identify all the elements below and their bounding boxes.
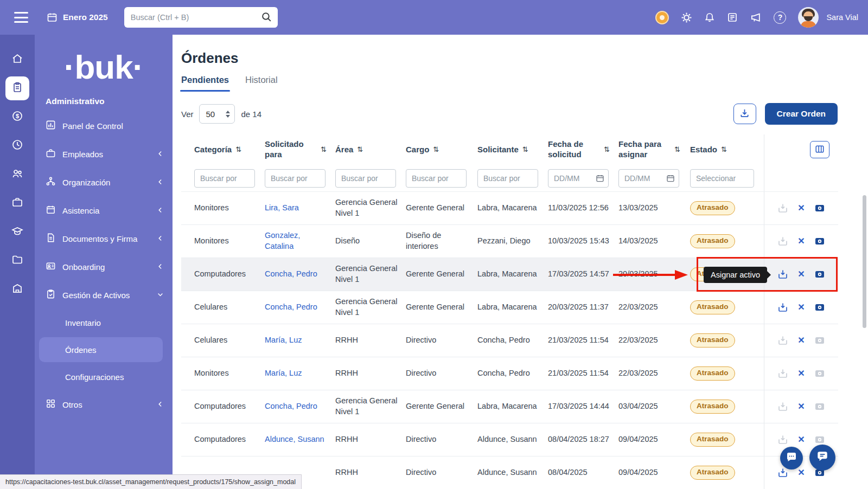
filter-solicitado-input[interactable] bbox=[265, 169, 326, 188]
menu-toggle-button[interactable] bbox=[14, 12, 28, 23]
cell-solicitado-link[interactable]: Concha, Pedro bbox=[265, 291, 335, 324]
col-header-cargo[interactable]: Cargo⇅ bbox=[406, 134, 477, 165]
filter-area-input[interactable] bbox=[335, 169, 396, 188]
sort-icon[interactable]: ⇅ bbox=[357, 145, 363, 154]
sort-icon[interactable]: ⇅ bbox=[433, 145, 439, 154]
rail-home-button[interactable] bbox=[5, 48, 29, 72]
page-size-select[interactable]: 50 bbox=[199, 104, 235, 124]
chat-fab-button[interactable] bbox=[780, 447, 803, 469]
cell-fecha-solicitud: 08/04/2025 bbox=[548, 456, 618, 489]
news-icon[interactable] bbox=[727, 12, 738, 23]
period-selector[interactable]: Enero 2025 bbox=[47, 12, 108, 23]
view-order-button[interactable] bbox=[814, 236, 825, 247]
assign-asset-button[interactable] bbox=[777, 368, 788, 379]
cancel-order-button[interactable]: ✕ bbox=[796, 203, 807, 214]
cancel-order-button[interactable]: ✕ bbox=[796, 269, 807, 280]
view-order-button[interactable] bbox=[814, 302, 825, 313]
sidebar-item-panel-de-control[interactable]: Panel de Control bbox=[35, 112, 173, 140]
view-order-button[interactable] bbox=[814, 269, 825, 280]
user-name[interactable]: Sara Vial bbox=[826, 13, 858, 22]
col-header-solicitado-para[interactable]: Solicitado para⇅ bbox=[265, 134, 335, 165]
cell-solicitado-link[interactable]: María, Luz bbox=[265, 324, 335, 357]
col-header-area[interactable]: Área⇅ bbox=[335, 134, 406, 165]
assign-asset-button[interactable] bbox=[777, 434, 788, 445]
cancel-order-button[interactable]: ✕ bbox=[796, 401, 807, 412]
view-order-button[interactable] bbox=[814, 401, 825, 412]
sort-icon[interactable]: ⇅ bbox=[235, 145, 241, 154]
rail-orders-button[interactable] bbox=[5, 76, 29, 100]
cell-solicitado-link[interactable]: Lira, Sara bbox=[265, 192, 335, 224]
gear-icon[interactable] bbox=[681, 12, 692, 23]
tab-pendientes[interactable]: Pendientes bbox=[181, 75, 229, 92]
sort-icon[interactable]: ⇅ bbox=[721, 145, 727, 154]
cancel-order-button[interactable]: ✕ bbox=[796, 467, 807, 478]
sort-icon[interactable]: ⇅ bbox=[604, 145, 610, 154]
search-icon[interactable] bbox=[261, 11, 272, 25]
sidebar-item-asistencia[interactable]: Asistencia bbox=[35, 196, 173, 224]
bell-icon[interactable] bbox=[704, 12, 715, 23]
cell-solicitado-link[interactable]: Concha, Pedro bbox=[265, 258, 335, 291]
filter-estado-select[interactable]: Seleccionar bbox=[690, 169, 754, 188]
table-row: Celulares María, Luz RRHH Directivo Conc… bbox=[181, 324, 838, 357]
cell-solicitado-link[interactable]: Aldunce, Susann bbox=[265, 423, 335, 456]
cancel-order-button[interactable]: ✕ bbox=[796, 434, 807, 445]
row-actions: ✕ bbox=[764, 225, 838, 258]
cancel-order-button[interactable]: ✕ bbox=[796, 302, 807, 313]
assign-asset-button[interactable] bbox=[777, 203, 788, 214]
create-order-button[interactable]: Crear Orden bbox=[765, 103, 838, 125]
tab-historial[interactable]: Historial bbox=[245, 75, 278, 92]
view-order-button[interactable] bbox=[814, 368, 825, 379]
view-order-button[interactable] bbox=[814, 434, 825, 445]
vertical-scrollbar[interactable] bbox=[863, 195, 866, 328]
rail-payroll-button[interactable]: $ bbox=[5, 105, 29, 129]
sidebar-subitem-ordenes[interactable]: Órdenes bbox=[39, 337, 163, 362]
cancel-order-button[interactable]: ✕ bbox=[796, 335, 807, 346]
export-download-button[interactable] bbox=[733, 104, 756, 124]
rail-documents-button[interactable] bbox=[5, 249, 29, 273]
sidebar-item-organizacion[interactable]: Organización bbox=[35, 168, 173, 196]
sort-icon[interactable]: ⇅ bbox=[674, 145, 680, 154]
col-header-fecha-solicitud[interactable]: Fecha de solicitud⇅ bbox=[548, 134, 618, 165]
rail-benefits-button[interactable] bbox=[5, 191, 29, 215]
cell-solicitado-link[interactable]: Gonzalez, Catalina bbox=[265, 225, 335, 258]
cell-solicitado-link[interactable]: Concha, Pedro bbox=[265, 390, 335, 423]
filter-cargo-input[interactable] bbox=[406, 169, 467, 188]
cancel-order-button[interactable]: ✕ bbox=[796, 368, 807, 379]
assign-asset-button[interactable] bbox=[777, 401, 788, 412]
assign-asset-button[interactable] bbox=[777, 302, 788, 313]
filter-categoria-input[interactable] bbox=[194, 169, 255, 188]
column-settings-button[interactable] bbox=[810, 141, 829, 158]
view-order-button[interactable] bbox=[814, 203, 825, 214]
col-header-categoria[interactable]: Categoría⇅ bbox=[181, 134, 265, 165]
sort-icon[interactable]: ⇅ bbox=[522, 145, 528, 154]
search-input[interactable] bbox=[124, 7, 278, 28]
rail-company-button[interactable] bbox=[5, 278, 29, 301]
assign-asset-button[interactable] bbox=[777, 236, 788, 247]
rail-talent-button[interactable] bbox=[5, 163, 29, 186]
sidebar-item-onboarding[interactable]: Onboarding bbox=[35, 253, 173, 281]
sidebar-subitem-configuraciones[interactable]: Configuraciones bbox=[35, 363, 173, 390]
rewards-coin-icon[interactable] bbox=[655, 11, 669, 24]
sort-icon[interactable]: ⇅ bbox=[321, 145, 327, 154]
cancel-order-button[interactable]: ✕ bbox=[796, 236, 807, 247]
megaphone-icon[interactable] bbox=[750, 12, 762, 23]
assign-asset-button[interactable] bbox=[777, 467, 788, 478]
sidebar-item-empleados[interactable]: Empleados bbox=[35, 140, 173, 168]
cell-solicitado-link[interactable]: María, Luz bbox=[265, 357, 335, 390]
support-fab-button[interactable] bbox=[809, 445, 835, 471]
assign-asset-button[interactable] bbox=[777, 335, 788, 346]
col-header-estado[interactable]: Estado⇅ bbox=[690, 134, 764, 165]
sidebar-item-otros[interactable]: Otros bbox=[35, 390, 173, 419]
view-order-button[interactable] bbox=[814, 335, 825, 346]
sidebar-subitem-inventario[interactable]: Inventario bbox=[35, 309, 173, 336]
assign-asset-button[interactable] bbox=[777, 269, 788, 280]
sidebar-item-documentos-y-firma[interactable]: Documentos y Firma bbox=[35, 224, 173, 253]
rail-training-button[interactable] bbox=[5, 220, 29, 244]
help-icon[interactable]: ? bbox=[774, 11, 786, 24]
rail-time-button[interactable] bbox=[5, 134, 29, 158]
filter-solicitante-input[interactable] bbox=[477, 169, 538, 188]
col-header-solicitante[interactable]: Solicitante⇅ bbox=[477, 134, 548, 165]
col-header-fecha-asignar[interactable]: Fecha para asignar⇅ bbox=[618, 134, 690, 165]
avatar[interactable] bbox=[798, 7, 819, 28]
sidebar-item-gestion-de-activos[interactable]: Gestión de Activos bbox=[35, 281, 173, 309]
